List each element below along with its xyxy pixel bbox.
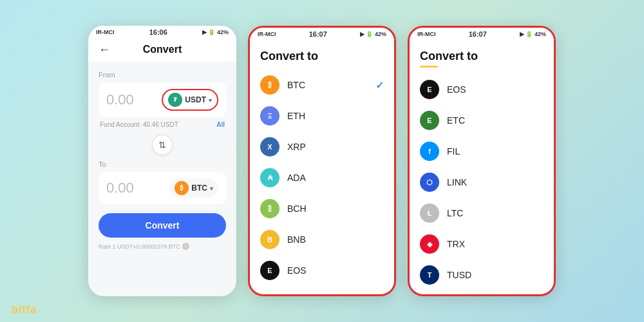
info-icon: i bbox=[182, 243, 189, 250]
screen1-header: ← Convert bbox=[88, 39, 236, 62]
coin-name: FIL bbox=[447, 146, 544, 156]
bnb-coin-icon: B bbox=[260, 230, 279, 249]
time-1: 16:06 bbox=[149, 28, 167, 36]
coin-name: ETC bbox=[447, 115, 544, 126]
eos-coin-icon: E bbox=[420, 80, 439, 99]
trx-coin-icon: ◈ bbox=[420, 234, 439, 254]
list-item[interactable]: ŁLTC bbox=[410, 198, 554, 229]
link-coin-icon: ⬡ bbox=[420, 173, 439, 192]
swap-btn-row: ⇅ bbox=[99, 135, 226, 155]
to-currency-name: BTC bbox=[191, 184, 207, 193]
list-item[interactable]: BBNB bbox=[250, 224, 394, 255]
screen-convert-main: IR-MCI 16:06 ▶ 🔋 42% ← Convert From 0.00… bbox=[88, 26, 236, 296]
from-label: From bbox=[99, 71, 226, 79]
coin-name: EOS bbox=[287, 265, 384, 276]
list-item[interactable]: EEOS bbox=[250, 255, 394, 282]
ada-coin-icon: ₳ bbox=[260, 168, 279, 187]
checkmark-icon: ✓ bbox=[375, 79, 384, 91]
time-2: 16:07 bbox=[309, 30, 327, 38]
list-item[interactable]: EEOS bbox=[410, 74, 554, 105]
coin-name: XRP bbox=[287, 142, 384, 152]
coin-name: TRX bbox=[447, 239, 544, 249]
all-button[interactable]: All bbox=[216, 121, 225, 128]
list-header-2: Convert to bbox=[250, 41, 394, 67]
carrier-2: IR-MCI bbox=[258, 31, 276, 37]
list-title-2: Convert to bbox=[260, 50, 384, 63]
screen-convert-to-1: IR-MCI 16:07 ▶ 🔋 42% Convert to ₿BTC✓ΞET… bbox=[248, 26, 396, 296]
list-item[interactable]: ΞETH bbox=[250, 100, 394, 131]
from-currency-name: USDT bbox=[185, 95, 206, 104]
coin-name: TUSD bbox=[447, 270, 544, 280]
list-item[interactable]: ΕETC bbox=[410, 105, 554, 136]
list-item[interactable]: ₿BCH bbox=[250, 193, 394, 224]
to-amount: 0.00 bbox=[106, 180, 134, 196]
list-header-3: Convert to bbox=[410, 41, 554, 71]
carrier-1: IR-MCI bbox=[96, 29, 115, 35]
coin-name: LTC bbox=[447, 208, 544, 218]
to-currency-inner: ₿ BTC ▾ bbox=[175, 181, 213, 195]
eth-coin-icon: Ξ bbox=[260, 106, 279, 126]
time-3: 16:07 bbox=[469, 30, 487, 38]
btc-icon: ₿ bbox=[175, 181, 189, 195]
swap-button[interactable]: ⇅ bbox=[152, 135, 173, 155]
tusd-coin-icon: T bbox=[420, 265, 439, 285]
status-bar-1: IR-MCI 16:06 ▶ 🔋 42% bbox=[88, 26, 236, 39]
list-item[interactable]: fFIL bbox=[410, 136, 554, 167]
convert-body: From 0.00 ₮ USDT ▾ Fund Account: 40.46 U… bbox=[88, 62, 236, 259]
from-chevron-icon: ▾ bbox=[209, 97, 212, 104]
ltc-coin-icon: Ł bbox=[420, 204, 439, 223]
carrier-3: IR-MCI bbox=[417, 31, 436, 37]
coin-name: ETH bbox=[287, 111, 384, 121]
list-item[interactable]: ₿BTC✓ bbox=[250, 70, 394, 100]
from-currency-inner: ₮ USDT ▾ bbox=[168, 93, 212, 107]
to-amount-row: 0.00 ₿ BTC ▾ bbox=[99, 172, 226, 204]
from-currency-selector[interactable]: ₮ USDT ▾ bbox=[162, 89, 218, 111]
list-item[interactable]: TTUSD bbox=[410, 260, 554, 287]
status-bar-2: IR-MCI 16:07 ▶ 🔋 42% bbox=[250, 28, 394, 41]
coin-name: ADA bbox=[287, 173, 384, 183]
icons-3: ▶ 🔋 42% bbox=[520, 31, 546, 37]
convert-button[interactable]: Convert bbox=[99, 213, 226, 238]
to-currency-selector[interactable]: ₿ BTC ▾ bbox=[169, 178, 218, 198]
from-amount-row: 0.00 ₮ USDT ▾ bbox=[99, 82, 226, 117]
list-item[interactable]: ◈TRX bbox=[410, 229, 554, 260]
fil-coin-icon: f bbox=[420, 142, 439, 161]
icons-1: ▶ 🔋 42% bbox=[202, 29, 229, 35]
coin-name: BNB bbox=[287, 234, 384, 245]
fund-text: Fund Account: 40.46 USDT bbox=[100, 121, 178, 128]
from-amount: 0.00 bbox=[106, 91, 134, 108]
fund-row: Fund Account: 40.46 USDT All bbox=[99, 121, 226, 128]
to-label: To bbox=[99, 160, 226, 168]
back-button[interactable]: ← bbox=[99, 43, 110, 57]
list-item[interactable]: ⬡LINK bbox=[410, 167, 554, 198]
status-bar-3: IR-MCI 16:07 ▶ 🔋 42% bbox=[410, 28, 554, 41]
coin-name: BCH bbox=[287, 204, 384, 214]
coin-list-2: ₿BTC✓ΞETHXXRP₳ADA₿BCHBBNBEEOSΕETC bbox=[250, 67, 394, 282]
btc-coin-icon: ₿ bbox=[260, 75, 279, 95]
xrp-coin-icon: X bbox=[260, 137, 279, 156]
eos-coin-icon: E bbox=[260, 261, 279, 280]
icons-2: ▶ 🔋 42% bbox=[360, 31, 386, 37]
title-underline bbox=[420, 66, 438, 68]
list-title-3: Convert to bbox=[420, 50, 544, 63]
coin-name: EOS bbox=[447, 84, 544, 95]
to-chevron-icon: ▾ bbox=[210, 185, 213, 192]
coin-name: LINK bbox=[447, 177, 544, 187]
list-item[interactable]: XXRP bbox=[250, 131, 394, 162]
screen-convert-to-2: IR-MCI 16:07 ▶ 🔋 42% Convert to EEOSΕETC… bbox=[408, 26, 556, 296]
page-title: Convert bbox=[143, 44, 182, 55]
coin-name: BTC bbox=[287, 80, 368, 90]
bitfa-watermark: bitfa bbox=[12, 304, 37, 316]
swap-icon: ⇅ bbox=[158, 140, 166, 150]
bch-coin-icon: ₿ bbox=[260, 199, 279, 218]
coin-list-3: EEOSΕETCfFIL⬡LINKŁLTC◈TRXTTUSD$USDC bbox=[410, 71, 554, 287]
list-item[interactable]: ₳ADA bbox=[250, 162, 394, 193]
etc-coin-icon: Ε bbox=[420, 111, 439, 130]
rate-text: Rate 1 USDT=0.00002379 BTC i bbox=[99, 243, 226, 250]
usdt-icon: ₮ bbox=[168, 93, 182, 107]
